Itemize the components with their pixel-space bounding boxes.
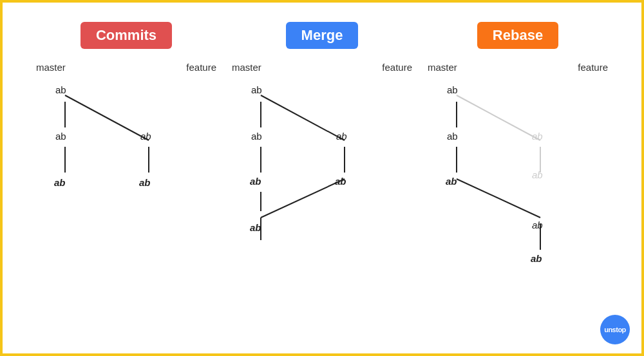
commits-branch-labels: master feature [30,62,223,73]
commits-master-label: master [36,62,66,73]
merge-f2: ab [335,176,346,187]
rebase-badge: Rebase [477,22,558,49]
merge-m4: ab [250,222,261,233]
unstop-logo: unstop [600,315,630,344]
section-commits: Commits master feature ab ab ab ab ab [30,22,223,298]
merge-diagram: ab ab ab ab ab ab [225,79,419,298]
merge-feature-label: feature [382,62,412,73]
merge-m1: ab [251,84,262,95]
merge-branch-labels: master feature [225,62,419,73]
commits-svg [30,79,223,298]
svg-line-2 [65,95,149,140]
merge-m3: ab [250,176,261,187]
rebase-master-label: master [428,62,457,73]
svg-line-15 [457,179,540,218]
rebase-m1: ab [447,84,458,95]
rebase-m2: ab [447,131,458,142]
rebase-svg [421,79,614,298]
merge-m2: ab [251,131,262,142]
commits-feature-label: feature [186,62,216,73]
rebase-f-new1: ab [532,220,543,230]
rebase-f-old2: ab [532,169,543,180]
rebase-feature-label: feature [578,62,608,73]
svg-line-7 [261,95,345,140]
merge-badge: Merge [286,22,359,49]
rebase-m3: ab [446,176,457,187]
rebase-branch-labels: master feature [421,62,614,73]
commits-m1: ab [55,84,66,95]
merge-svg [225,79,419,298]
section-merge: Merge master feature ab ab [225,22,419,298]
rebase-f-new2: ab [531,253,542,264]
merge-f1: ab [336,131,347,142]
commits-badge: Commits [80,22,172,49]
svg-line-9 [261,179,345,218]
commits-f1: ab [140,131,151,142]
section-rebase: Rebase master feature ab ab ab [421,22,614,298]
commits-m3: ab [54,177,66,188]
unstop-text: unstop [604,326,626,333]
commits-f2: ab [139,177,151,188]
rebase-f-old1: ab [532,131,543,142]
rebase-diagram: ab ab ab ab ab ab ab [421,79,614,298]
commits-diagram: ab ab ab ab ab [30,79,223,298]
main-container: Commits master feature ab ab ab ab ab [3,3,641,353]
merge-master-label: master [232,62,261,73]
svg-line-11 [457,95,540,140]
commits-m2: ab [55,131,66,142]
